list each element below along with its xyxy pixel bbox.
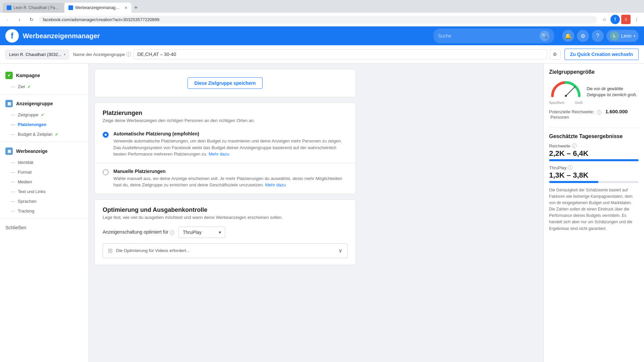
sidebar-anzeigengruppe-header[interactable]: ▦ Anzeigengruppe [0, 97, 89, 110]
address-bar[interactable]: facebook.com/adsmanager/creation?act=303… [39, 16, 597, 23]
forward-btn[interactable]: › [15, 15, 24, 24]
zielgruppe-check: ✔ [41, 113, 44, 117]
fb-appbar: f Werbeanzeigenmanager 🔍 🔔 ⚙ ? L Leon ▾ [0, 26, 644, 45]
fb-search-btn[interactable]: 🔍 [540, 31, 549, 41]
placements-subtitle: Zeige deine Werbeanzeigen den richtigen … [103, 118, 347, 123]
stat-thruplay: ThruPlay i 1,3K – 3,8K [549, 165, 639, 183]
sprachen-dash: — [11, 199, 15, 204]
identitaet-dash: — [11, 160, 15, 165]
user-btn[interactable]: L Leon ▾ [606, 30, 639, 42]
sidebar-section-kampagne: ✔ Kampagne — Ziel ✔ [0, 69, 89, 92]
reach-info-icon[interactable]: i [597, 110, 601, 115]
sidebar-werbeanzeige-header[interactable]: ▣ Werbeanzeige [0, 145, 89, 158]
radio-auto[interactable] [103, 132, 109, 138]
fb-search-input[interactable] [438, 33, 537, 39]
placement-manual-link[interactable]: Mehr dazu [265, 182, 285, 187]
bookmark-icon[interactable]: ☆ [600, 15, 609, 24]
browser-tab-2[interactable]: Werbeanzeigenmanager - Cre... ✕ [64, 3, 131, 13]
sidebar-item-ziel[interactable]: — Ziel ✔ [0, 82, 89, 92]
profile-icon[interactable]: f [610, 15, 620, 24]
user-name: Leon [621, 33, 632, 39]
sidebar-item-format[interactable]: — Format [0, 167, 89, 177]
account-selector[interactable]: Leon R. Chaudhari (3032... ▾ [5, 50, 69, 59]
reload-btn[interactable]: ↻ [27, 15, 36, 24]
stat-reichweite: Reichweite i 2,2K – 6,4K [549, 143, 639, 161]
fb-search-bar[interactable]: 🔍 [433, 28, 554, 43]
placement-auto-link[interactable]: Mehr dazu [209, 152, 229, 157]
svg-line-0 [566, 86, 575, 96]
optimization-card: Optimierung und Ausgabenkontrolle Lege f… [94, 199, 356, 265]
text-links-dash: — [11, 189, 15, 194]
adgroup-label: Name der Anzeigengruppe i [73, 52, 131, 57]
optimization-section: Optimierung und Ausgabenkontrolle Lege f… [95, 200, 356, 265]
extension-icon2[interactable]: ⋮ [632, 15, 641, 24]
fb-logo: f [5, 29, 19, 43]
user-avatar: L [610, 31, 619, 41]
quick-creation-btn[interactable]: Zu Quick Creation wechseln [565, 49, 639, 60]
settings-btn[interactable]: ⚙ [577, 30, 589, 42]
sidebar-item-zielgruppe[interactable]: — Zielgruppe ✔ [0, 110, 89, 120]
expand-chevron-btn[interactable]: ∨ [338, 247, 342, 254]
sidebar-item-sprachen[interactable]: — Sprachen [0, 196, 89, 206]
ziel-check: ✔ [28, 84, 31, 89]
daily-results-section: Geschätzte Tagesergebnisse Reichweite i … [549, 133, 639, 232]
zielgruppe-label: Zielgruppe [18, 112, 38, 117]
sidebar-item-platzierungen[interactable]: — Platzierungen [0, 120, 89, 129]
sidebar-item-identitaet[interactable]: — Identität [0, 158, 89, 167]
extension-icon1[interactable]: S [621, 15, 631, 24]
account-chevron: ▾ [64, 53, 65, 56]
right-panel: Zielgruppengröße Spezifisch Groß [543, 64, 644, 362]
format-label: Format [18, 170, 32, 175]
tab-favicon-1 [7, 5, 11, 10]
account-name: Leon R. Chaudhari (3032... [9, 52, 62, 57]
placement-option-auto[interactable]: Automatische Platzierung (empfohlen) Ver… [95, 126, 356, 163]
notification-btn[interactable]: 🔔 [562, 30, 574, 42]
kampagne-label: Kampagne [16, 73, 40, 78]
browser-chrome: Leon R. Chaudhari | Facebook Werbeanzeig… [0, 0, 644, 26]
help-btn[interactable]: ? [592, 30, 604, 42]
sidebar-divider-2 [0, 142, 89, 142]
reach-suffix: Personen [550, 115, 569, 120]
sidebar-item-text-links[interactable]: — Text und Links [0, 187, 89, 196]
placement-option-manual[interactable]: Manuelle Platzierungen Wähle manuell aus… [95, 163, 356, 194]
tab-close-btn[interactable]: ✕ [124, 6, 127, 10]
stat-reichweite-value: 2,2K – 6,4K [549, 149, 639, 158]
save-audience-btn[interactable]: Diese Zielgruppe speichern [187, 77, 263, 89]
optimization-title: Optimierung und Ausgabenkontrolle [103, 206, 347, 214]
optimization-dropdown[interactable]: ThruPlay ▾ [178, 227, 225, 238]
sidebar-item-tracking[interactable]: — Tracking [0, 206, 89, 216]
ziel-label: Ziel [18, 84, 25, 89]
stat-thruplay-value: 1,3K – 3,8K [549, 171, 639, 180]
browser-tab-1[interactable]: Leon R. Chaudhari | Facebook [3, 3, 64, 13]
anzeigengruppe-label: Anzeigengruppe [16, 101, 53, 106]
adgroup-info-icon[interactable]: i [126, 52, 131, 57]
placement-manual-desc: Wähle manuell aus, wo deine Anzeige ersc… [113, 175, 347, 188]
thruplay-info[interactable]: i [568, 165, 573, 170]
radio-manual[interactable] [103, 169, 109, 175]
fb-appbar-right: 🔔 ⚙ ? L Leon ▾ [562, 30, 639, 42]
werbeanzeige-icon: ▣ [5, 147, 13, 155]
optimization-info-icon[interactable]: i [170, 230, 174, 235]
medien-label: Medien [18, 179, 32, 184]
placements-header: Platzierungen Zeige deine Werbeanzeigen … [95, 103, 356, 126]
audience-size-desc: Die von dir gewählte Zielgruppe ist ziem… [587, 86, 639, 98]
placement-text-manual: Manuelle Platzierungen Wähle manuell aus… [113, 169, 347, 188]
optimization-expand-row[interactable]: ⊞ Die Optimierung für Videos erfordert..… [103, 243, 347, 258]
tab-favicon-2 [68, 5, 73, 10]
tracking-dash: — [11, 208, 15, 214]
reichweite-info[interactable]: i [572, 143, 577, 148]
back-btn[interactable]: ‹ [3, 15, 12, 24]
budget-check: ✔ [55, 132, 58, 137]
placements-card: Platzierungen Zeige deine Werbeanzeigen … [94, 103, 356, 194]
adgroup-gear-btn[interactable]: ⚙ [550, 49, 560, 60]
sidebar-kampagne-header[interactable]: ✔ Kampagne [0, 69, 89, 82]
header-bar: Leon R. Chaudhari (3032... ▾ Name der An… [0, 45, 644, 64]
adgroup-name-input[interactable] [134, 49, 547, 59]
sidebar-section-anzeigengruppe: ▦ Anzeigengruppe — Zielgruppe ✔ — Platzi… [0, 97, 89, 139]
new-tab-btn[interactable]: + [131, 3, 141, 13]
reach-label: Potenzielle Reichweite: [549, 109, 594, 114]
sidebar-item-medien[interactable]: — Medien [0, 177, 89, 187]
sidebar-item-budget[interactable]: — Budget & Zeitplan ✔ [0, 129, 89, 139]
gauge-svg [549, 79, 583, 99]
close-btn[interactable]: Schließen [0, 222, 89, 234]
